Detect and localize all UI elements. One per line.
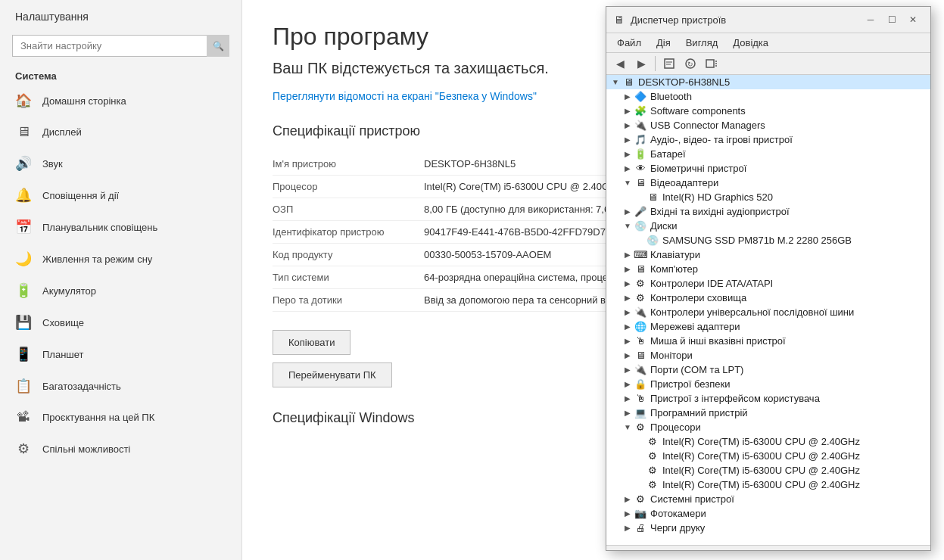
tree-item-intel-graphics[interactable]: 🖥 Intel(R) HD Graphics 520: [606, 190, 930, 204]
tree-item-bluetooth[interactable]: ▶ 🔷 Bluetooth: [606, 89, 930, 104]
biometric-label: Біометричні пристрої: [650, 163, 746, 174]
video-label: Відеоадаптери: [650, 177, 718, 188]
network-icon: 🌐: [634, 321, 647, 332]
tree-item-battery[interactable]: ▶ 🔋 Батареї: [606, 147, 930, 161]
tree-item-audio[interactable]: ▶ 🎵 Аудіо-, відео- та ігрові пристрої: [606, 132, 930, 147]
tree-item-software-device[interactable]: ▶ 💻 Програмний пристрій: [606, 406, 930, 420]
search-button[interactable]: 🔍: [207, 35, 229, 57]
tree-item-security[interactable]: ▶ 🔒 Пристрої безпеки: [606, 377, 930, 391]
update-icon: ↻: [684, 58, 696, 70]
menu-help[interactable]: Довідка: [725, 35, 776, 51]
tree-item-cpu-3[interactable]: ⚙ Intel(R) Core(TM) i5-6300U CPU @ 2.40G…: [606, 463, 930, 478]
back-button[interactable]: ◀: [611, 55, 629, 72]
samsung-icon: 💿: [646, 235, 659, 246]
minimize-button[interactable]: ─: [861, 11, 880, 28]
settings-sidebar: Налаштування 🔍 Система 🏠 Домашня сторінк…: [0, 0, 242, 560]
toolbar-separator-1: [655, 56, 656, 71]
keyboards-label: Клавіатури: [650, 249, 700, 260]
cameras-expand-icon: ▶: [622, 509, 634, 518]
tree-item-hid[interactable]: ▶ 🖱 Пристрої з інтерфейсом користувача: [606, 391, 930, 406]
tree-item-print-queues[interactable]: ▶ 🖨 Черги друку: [606, 521, 930, 535]
sidebar-item-sound[interactable]: 🔊 Звук: [0, 148, 241, 179]
usb-ctrl-expand-icon: ▶: [622, 308, 634, 316]
system-icon: ⚙: [634, 493, 647, 505]
tree-item-software-components[interactable]: ▶ 🧩 Software components: [606, 104, 930, 118]
sidebar-item-notifications[interactable]: 🔔 Сповіщення й дії: [0, 179, 241, 211]
cpu2-icon: ⚙: [646, 450, 659, 462]
properties-button[interactable]: [660, 55, 678, 72]
video-expand-icon: ▼: [622, 179, 634, 187]
tree-item-computer[interactable]: ▶ 🖥 Комп'ютер: [606, 262, 930, 276]
rename-button[interactable]: Перейменувати ПК: [273, 362, 392, 387]
tree-item-usb-ctrl[interactable]: ▶ 🔌 Контролери універсальної послідовної…: [606, 305, 930, 319]
tree-item-cpu-4[interactable]: ⚙ Intel(R) Core(TM) i5-6300U CPU @ 2.40G…: [606, 478, 930, 492]
tree-item-storage-ctrl[interactable]: ▶ ⚙ Контролери сховища: [606, 291, 930, 305]
copy-button[interactable]: Копіювати: [273, 330, 350, 355]
tree-item-processors[interactable]: ▼ ⚙ Процесори: [606, 420, 930, 434]
dm-toolbar: ◀ ▶ ↻: [606, 53, 930, 75]
spec-label-product-code: Код продукту: [273, 249, 424, 260]
forward-button[interactable]: ▶: [632, 55, 650, 72]
tree-root[interactable]: ▼ 🖥 DESKTOP-6H38NL5: [606, 75, 930, 89]
ports-expand-icon: ▶: [622, 366, 634, 374]
sidebar-item-project[interactable]: 📽 Проєктування на цей ПК: [0, 402, 241, 433]
tree-item-cpu-2[interactable]: ⚙ Intel(R) Core(TM) i5-6300U CPU @ 2.40G…: [606, 449, 930, 463]
maximize-button[interactable]: ☐: [882, 11, 902, 28]
planner-icon: 📅: [15, 219, 32, 235]
menu-file[interactable]: Файл: [609, 35, 649, 51]
storage-ctrl-label: Контролери сховища: [650, 292, 746, 303]
sidebar-item-storage-label: Сховище: [42, 317, 84, 328]
properties-icon: [663, 58, 675, 70]
tree-item-usb-connector[interactable]: ▶ 🔌 USB Connector Managers: [606, 118, 930, 132]
tree-item-ide[interactable]: ▶ ⚙ Контролери IDE ATA/ATAPI: [606, 276, 930, 291]
sidebar-item-power[interactable]: 🌙 Живлення та режим сну: [0, 243, 241, 275]
cpu1-label: Intel(R) Core(TM) i5-6300U CPU @ 2.40GHz: [662, 436, 860, 447]
menu-view[interactable]: Вигляд: [678, 35, 726, 51]
tree-item-network[interactable]: ▶ 🌐 Мережеві адаптери: [606, 319, 930, 334]
sidebar-item-home-label: Домашня сторінка: [42, 95, 126, 107]
hid-icon: 🖱: [634, 393, 647, 404]
tree-item-monitors[interactable]: ▶ 🖥 Монітори: [606, 348, 930, 362]
close-button[interactable]: ✕: [903, 11, 923, 28]
tree-item-samsung-ssd[interactable]: 💿 SAMSUNG SSD PM871b M.2 2280 256GB: [606, 233, 930, 247]
search-input[interactable]: [12, 35, 229, 57]
sidebar-item-planner[interactable]: 📅 Планувальник сповіщень: [0, 211, 241, 243]
network-expand-icon: ▶: [622, 322, 634, 331]
update-driver-button[interactable]: ↻: [681, 55, 699, 72]
tree-item-system[interactable]: ▶ ⚙ Системні пристрої: [606, 492, 930, 506]
dm-tree: ▼ 🖥 DESKTOP-6H38NL5 ▶ 🔷 Bluetooth ▶ 🧩 So…: [606, 75, 930, 545]
sidebar-item-battery[interactable]: 🔋 Акумулятор: [0, 275, 241, 306]
sidebar-item-accessibility[interactable]: ⚙ Спільні можливості: [0, 433, 241, 465]
sidebar-item-tablet[interactable]: 📱 Планшет: [0, 338, 241, 370]
scan-button[interactable]: [703, 55, 721, 72]
disks-expand-icon: ▼: [622, 222, 634, 230]
tree-item-cameras[interactable]: ▶ 📷 Фотокамери: [606, 506, 930, 521]
sidebar-item-multitask[interactable]: 📋 Багатозадачність: [0, 370, 241, 402]
tree-item-disks[interactable]: ▼ 💿 Диски: [606, 219, 930, 233]
sidebar-item-display[interactable]: 🖥 Дисплей: [0, 117, 241, 148]
sidebar-item-storage[interactable]: 💾 Сховище: [0, 306, 241, 338]
audio-io-expand-icon: ▶: [622, 207, 634, 216]
tree-item-video[interactable]: ▼ 🖥 Відеоадаптери: [606, 176, 930, 190]
network-label: Мережеві адаптери: [650, 321, 740, 332]
sidebar-item-home[interactable]: 🏠 Домашня сторінка: [0, 85, 241, 117]
power-icon: 🌙: [15, 250, 32, 267]
computer-expand-icon: ▶: [622, 265, 634, 273]
tree-item-keyboards[interactable]: ▶ ⌨ Клавіатури: [606, 247, 930, 262]
device-manager-window: 🖥 Диспетчер пристроїв ─ ☐ ✕ Файл Дія Виг…: [606, 6, 931, 551]
tree-item-audio-io[interactable]: ▶ 🎤 Вхідні та вихідні аудіопристрої: [606, 204, 930, 219]
battery-expand-icon: ▶: [622, 150, 634, 158]
tree-item-biometric[interactable]: ▶ 👁 Біометричні пристрої: [606, 161, 930, 176]
usb-connector-label: USB Connector Managers: [650, 120, 765, 131]
sidebar-item-sound-label: Звук: [42, 158, 63, 170]
tree-item-ports[interactable]: ▶ 🔌 Порти (COM та LPT): [606, 362, 930, 377]
cpu4-label: Intel(R) Core(TM) i5-6300U CPU @ 2.40GHz: [662, 479, 860, 490]
spec-label-device-name: Ім'я пристрою: [273, 158, 424, 170]
hid-label: Пристрої з інтерфейсом користувача: [650, 393, 820, 404]
multitask-icon: 📋: [15, 378, 32, 394]
menu-action[interactable]: Дія: [649, 35, 678, 51]
tree-item-cpu-1[interactable]: ⚙ Intel(R) Core(TM) i5-6300U CPU @ 2.40G…: [606, 434, 930, 449]
tree-item-mouse[interactable]: ▶ 🖱 Миша й інші вказівні пристрої: [606, 334, 930, 348]
audio-io-label: Вхідні та вихідні аудіопристрої: [650, 206, 790, 217]
cpu3-label: Intel(R) Core(TM) i5-6300U CPU @ 2.40GHz: [662, 465, 860, 476]
